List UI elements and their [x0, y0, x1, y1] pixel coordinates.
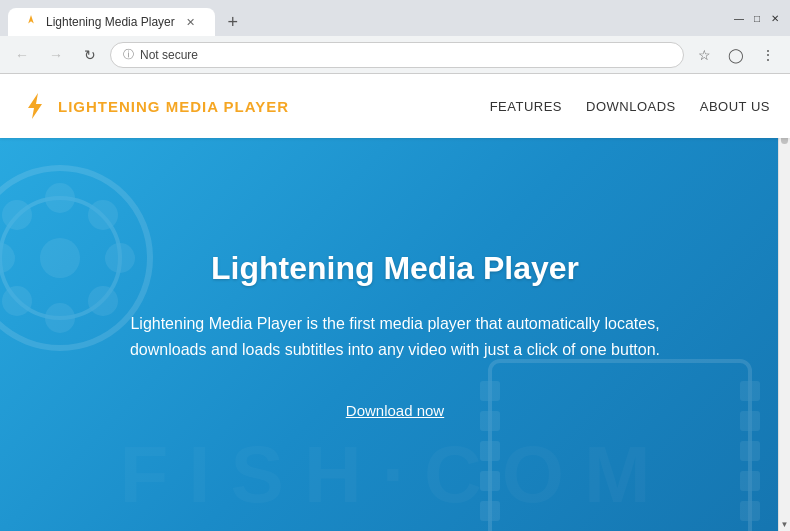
window-controls: — □ ✕ [732, 11, 782, 25]
svg-marker-0 [28, 93, 42, 119]
scrollbar[interactable]: ▲ ▼ [778, 74, 790, 531]
forward-button[interactable]: → [42, 41, 70, 69]
svg-point-5 [45, 303, 75, 333]
minimize-button[interactable]: — [732, 11, 746, 25]
hero-section: FISH·COM Lightening Media Player Lighten… [0, 138, 790, 531]
site-logo: LIGHTENING MEDIA PLAYER [20, 91, 289, 121]
svg-rect-18 [740, 381, 760, 401]
browser-window: Lightening Media Player ✕ + — □ ✕ ← → ↻ … [0, 0, 790, 531]
refresh-button[interactable]: ↻ [76, 41, 104, 69]
tab-area: Lightening Media Player ✕ + [8, 0, 720, 36]
profile-button[interactable]: ◯ [722, 41, 750, 69]
svg-point-8 [2, 200, 32, 230]
svg-rect-13 [480, 381, 500, 401]
url-bar[interactable]: ⓘ Not secure [110, 42, 684, 68]
active-tab[interactable]: Lightening Media Player ✕ [8, 8, 215, 36]
site-navbar: LIGHTENING MEDIA PLAYER FEATURES DOWNLOA… [0, 74, 790, 138]
new-tab-button[interactable]: + [219, 8, 247, 36]
svg-point-4 [45, 183, 75, 213]
svg-rect-14 [480, 411, 500, 431]
nav-about-us[interactable]: ABOUT US [700, 99, 770, 114]
tab-close-button[interactable]: ✕ [183, 14, 199, 30]
url-text: Not secure [140, 48, 198, 62]
logo-bolt-icon [20, 91, 50, 121]
svg-point-9 [88, 200, 118, 230]
nav-features[interactable]: FEATURES [490, 99, 562, 114]
bookmark-button[interactable]: ☆ [690, 41, 718, 69]
tab-title: Lightening Media Player [46, 15, 175, 29]
svg-point-11 [88, 286, 118, 316]
film-reel-icon [0, 158, 160, 358]
svg-point-7 [105, 243, 135, 273]
svg-point-6 [0, 243, 15, 273]
toolbar-actions: ☆ ◯ ⋮ [690, 41, 782, 69]
restore-button[interactable]: □ [750, 11, 764, 25]
svg-point-10 [2, 286, 32, 316]
nav-downloads[interactable]: DOWNLOADS [586, 99, 676, 114]
hero-background: FISH·COM [0, 138, 790, 531]
svg-point-3 [40, 238, 80, 278]
webpage-content: LIGHTENING MEDIA PLAYER FEATURES DOWNLOA… [0, 74, 790, 531]
title-bar: Lightening Media Player ✕ + — □ ✕ [0, 0, 790, 36]
site-logo-text: LIGHTENING MEDIA PLAYER [58, 98, 289, 115]
tab-favicon [24, 15, 38, 29]
address-bar: ← → ↻ ⓘ Not secure ☆ ◯ ⋮ [0, 36, 790, 74]
menu-button[interactable]: ⋮ [754, 41, 782, 69]
site-navigation: FEATURES DOWNLOADS ABOUT US [490, 99, 770, 114]
watermark-text: FISH·COM [0, 429, 790, 521]
scrollbar-down-button[interactable]: ▼ [779, 517, 790, 531]
close-button[interactable]: ✕ [768, 11, 782, 25]
back-button[interactable]: ← [8, 41, 36, 69]
svg-rect-19 [740, 411, 760, 431]
security-icon: ⓘ [123, 47, 134, 62]
